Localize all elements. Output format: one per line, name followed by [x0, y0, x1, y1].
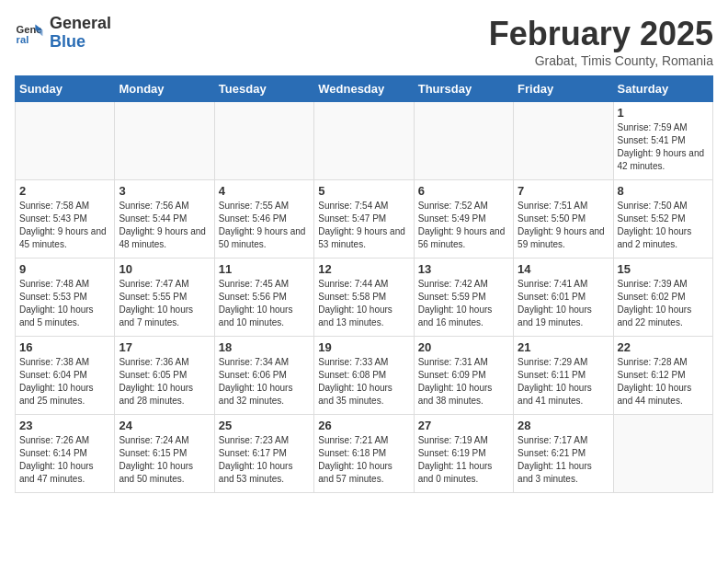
- calendar-cell: 17Sunrise: 7:36 AM Sunset: 6:05 PM Dayli…: [115, 337, 214, 415]
- calendar-cell: 21Sunrise: 7:29 AM Sunset: 6:11 PM Dayli…: [514, 337, 613, 415]
- day-number: 9: [19, 262, 110, 276]
- calendar-cell: 22Sunrise: 7:28 AM Sunset: 6:12 PM Dayli…: [613, 337, 712, 415]
- calendar-table: SundayMondayTuesdayWednesdayThursdayFrid…: [15, 75, 713, 493]
- calendar-cell: 23Sunrise: 7:26 AM Sunset: 6:14 PM Dayli…: [16, 415, 115, 493]
- weekday-header-saturday: Saturday: [613, 76, 712, 102]
- calendar-cell: 27Sunrise: 7:19 AM Sunset: 6:19 PM Dayli…: [414, 415, 513, 493]
- day-number: 1: [618, 106, 709, 120]
- weekday-header-friday: Friday: [514, 76, 613, 102]
- day-number: 21: [518, 340, 609, 354]
- day-number: 24: [119, 419, 210, 432]
- calendar-cell: 24Sunrise: 7:24 AM Sunset: 6:15 PM Dayli…: [115, 415, 214, 493]
- day-number: 5: [318, 184, 409, 198]
- logo-general-text: General: [50, 15, 111, 33]
- day-info: Sunrise: 7:50 AM Sunset: 5:52 PM Dayligh…: [618, 200, 709, 251]
- calendar-cell: 3Sunrise: 7:56 AM Sunset: 5:44 PM Daylig…: [115, 180, 214, 259]
- day-info: Sunrise: 7:34 AM Sunset: 6:06 PM Dayligh…: [219, 356, 310, 408]
- calendar-cell: [214, 102, 313, 180]
- calendar-cell: [414, 102, 513, 180]
- day-info: Sunrise: 7:45 AM Sunset: 5:56 PM Dayligh…: [219, 278, 310, 329]
- calendar-cell: 6Sunrise: 7:52 AM Sunset: 5:49 PM Daylig…: [414, 180, 513, 259]
- calendar-cell: [514, 102, 613, 180]
- day-number: 15: [618, 262, 709, 276]
- week-row-1: 2Sunrise: 7:58 AM Sunset: 5:43 PM Daylig…: [16, 180, 713, 259]
- day-info: Sunrise: 7:55 AM Sunset: 5:46 PM Dayligh…: [219, 200, 310, 251]
- calendar-cell: [115, 102, 214, 180]
- day-number: 3: [119, 184, 210, 198]
- weekday-header-wednesday: Wednesday: [314, 76, 414, 102]
- day-info: Sunrise: 7:44 AM Sunset: 5:58 PM Dayligh…: [318, 278, 409, 329]
- day-number: 17: [119, 340, 210, 354]
- title-block: February 2025 Grabat, Timis County, Roma…: [489, 15, 713, 68]
- day-number: 18: [219, 340, 310, 354]
- logo-blue-text: Blue: [50, 33, 111, 52]
- day-info: Sunrise: 7:24 AM Sunset: 6:15 PM Dayligh…: [119, 434, 210, 486]
- week-row-3: 16Sunrise: 7:38 AM Sunset: 6:04 PM Dayli…: [16, 337, 713, 415]
- calendar-cell: 2Sunrise: 7:58 AM Sunset: 5:43 PM Daylig…: [16, 180, 115, 259]
- svg-text:ral: ral: [17, 34, 29, 45]
- weekday-header-thursday: Thursday: [414, 76, 513, 102]
- day-number: 28: [518, 419, 609, 432]
- day-number: 20: [418, 340, 509, 354]
- day-number: 13: [418, 262, 509, 276]
- calendar-cell: [314, 102, 414, 180]
- day-info: Sunrise: 7:31 AM Sunset: 6:09 PM Dayligh…: [418, 356, 509, 408]
- calendar-cell: 14Sunrise: 7:41 AM Sunset: 6:01 PM Dayli…: [514, 259, 613, 337]
- calendar-cell: 11Sunrise: 7:45 AM Sunset: 5:56 PM Dayli…: [214, 259, 313, 337]
- day-info: Sunrise: 7:17 AM Sunset: 6:21 PM Dayligh…: [518, 434, 609, 486]
- calendar-cell: 20Sunrise: 7:31 AM Sunset: 6:09 PM Dayli…: [414, 337, 513, 415]
- calendar-cell: 19Sunrise: 7:33 AM Sunset: 6:08 PM Dayli…: [314, 337, 414, 415]
- day-info: Sunrise: 7:58 AM Sunset: 5:43 PM Dayligh…: [19, 200, 110, 251]
- day-number: 23: [19, 419, 110, 432]
- calendar-cell: 15Sunrise: 7:39 AM Sunset: 6:02 PM Dayli…: [613, 259, 712, 337]
- day-info: Sunrise: 7:38 AM Sunset: 6:04 PM Dayligh…: [19, 356, 110, 408]
- day-info: Sunrise: 7:52 AM Sunset: 5:49 PM Dayligh…: [418, 200, 509, 251]
- day-info: Sunrise: 7:59 AM Sunset: 5:41 PM Dayligh…: [618, 121, 709, 173]
- day-info: Sunrise: 7:47 AM Sunset: 5:55 PM Dayligh…: [119, 278, 210, 329]
- weekday-header-tuesday: Tuesday: [214, 76, 313, 102]
- day-number: 8: [618, 184, 709, 198]
- calendar-cell: 7Sunrise: 7:51 AM Sunset: 5:50 PM Daylig…: [514, 180, 613, 259]
- day-info: Sunrise: 7:21 AM Sunset: 6:18 PM Dayligh…: [318, 434, 409, 486]
- calendar-cell: 5Sunrise: 7:54 AM Sunset: 5:47 PM Daylig…: [314, 180, 414, 259]
- location-text: Grabat, Timis County, Romania: [489, 53, 713, 68]
- logo-icon: Gene ral: [15, 18, 44, 48]
- day-info: Sunrise: 7:29 AM Sunset: 6:11 PM Dayligh…: [518, 356, 609, 408]
- logo-text: General Blue: [50, 15, 111, 52]
- day-number: 27: [418, 419, 509, 432]
- page-header: Gene ral General Blue February 2025 Grab…: [15, 15, 713, 68]
- calendar-cell: 28Sunrise: 7:17 AM Sunset: 6:21 PM Dayli…: [514, 415, 613, 493]
- day-info: Sunrise: 7:41 AM Sunset: 6:01 PM Dayligh…: [518, 278, 609, 329]
- day-info: Sunrise: 7:28 AM Sunset: 6:12 PM Dayligh…: [618, 356, 709, 408]
- calendar-cell: 12Sunrise: 7:44 AM Sunset: 5:58 PM Dayli…: [314, 259, 414, 337]
- day-info: Sunrise: 7:23 AM Sunset: 6:17 PM Dayligh…: [219, 434, 310, 486]
- week-row-2: 9Sunrise: 7:48 AM Sunset: 5:53 PM Daylig…: [16, 259, 713, 337]
- day-number: 26: [318, 419, 409, 432]
- day-number: 11: [219, 262, 310, 276]
- day-info: Sunrise: 7:36 AM Sunset: 6:05 PM Dayligh…: [119, 356, 210, 408]
- day-info: Sunrise: 7:19 AM Sunset: 6:19 PM Dayligh…: [418, 434, 509, 486]
- day-number: 10: [119, 262, 210, 276]
- day-number: 6: [418, 184, 509, 198]
- day-info: Sunrise: 7:39 AM Sunset: 6:02 PM Dayligh…: [618, 278, 709, 329]
- weekday-header-monday: Monday: [115, 76, 214, 102]
- day-number: 12: [318, 262, 409, 276]
- calendar-cell: 8Sunrise: 7:50 AM Sunset: 5:52 PM Daylig…: [613, 180, 712, 259]
- day-info: Sunrise: 7:51 AM Sunset: 5:50 PM Dayligh…: [518, 200, 609, 251]
- week-row-4: 23Sunrise: 7:26 AM Sunset: 6:14 PM Dayli…: [16, 415, 713, 493]
- logo: Gene ral General Blue: [15, 15, 111, 52]
- day-info: Sunrise: 7:56 AM Sunset: 5:44 PM Dayligh…: [119, 200, 210, 251]
- calendar-cell: 1Sunrise: 7:59 AM Sunset: 5:41 PM Daylig…: [613, 102, 712, 180]
- day-number: 14: [518, 262, 609, 276]
- day-number: 25: [219, 419, 310, 432]
- day-info: Sunrise: 7:33 AM Sunset: 6:08 PM Dayligh…: [318, 356, 409, 408]
- day-info: Sunrise: 7:48 AM Sunset: 5:53 PM Dayligh…: [19, 278, 110, 329]
- day-number: 22: [618, 340, 709, 354]
- day-info: Sunrise: 7:42 AM Sunset: 5:59 PM Dayligh…: [418, 278, 509, 329]
- calendar-cell: 4Sunrise: 7:55 AM Sunset: 5:46 PM Daylig…: [214, 180, 313, 259]
- calendar-cell: [16, 102, 115, 180]
- weekday-header-sunday: Sunday: [16, 76, 115, 102]
- calendar-cell: 18Sunrise: 7:34 AM Sunset: 6:06 PM Dayli…: [214, 337, 313, 415]
- calendar-cell: 25Sunrise: 7:23 AM Sunset: 6:17 PM Dayli…: [214, 415, 313, 493]
- calendar-cell: 9Sunrise: 7:48 AM Sunset: 5:53 PM Daylig…: [16, 259, 115, 337]
